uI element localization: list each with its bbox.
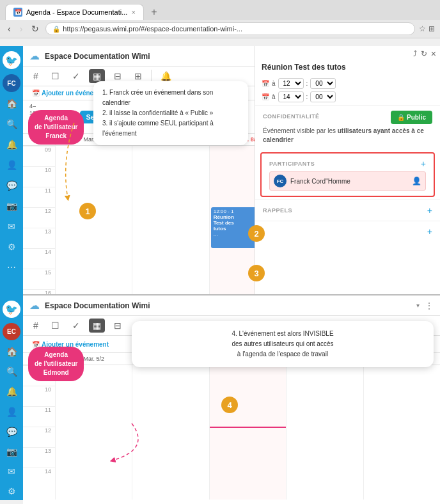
toolbar-check-btn-2[interactable]: ✓: [68, 319, 84, 333]
workspace-name-edmond: Espace Documentation Wimi: [45, 301, 411, 310]
rappels-section: RAPPELS +: [255, 200, 440, 221]
workspace-cloud-icon: ☁: [29, 50, 40, 62]
participants-section: PARTICIPANTS + FC Franck Cord''Homme 👤: [260, 152, 435, 197]
sidebar-icon-search[interactable]: 🔍: [3, 115, 20, 133]
step-circle-1: 1: [79, 203, 96, 219]
sidebar-avatar-fc[interactable]: FC: [3, 74, 20, 92]
main-content: 🐦 FC 🏠 🔍 🔔 👤 💬 📷 ✉ ⚙ ⋯ 🐦 EC 🏠 🔍 🔔 👤 💬 📷 …: [0, 38, 440, 496]
annotation-text-edmond: 4. L'événement est alors INVISIBLEdes au…: [232, 330, 333, 358]
calendar-body-edmond: 09 10 11 12 13 14: [23, 365, 440, 500]
address-actions: ☆ ⊞: [419, 24, 435, 33]
tab-bar: 📅 Agenda - Espace Documentati... × +: [0, 0, 440, 20]
time-09: 09: [23, 146, 55, 166]
toolbar-check-btn[interactable]: ✓: [68, 69, 84, 83]
sidebar-icon-mail-2[interactable]: ✉: [3, 463, 20, 480]
confidentiality-section: CONFIDENTIALITÉ 🔒 Public Événement visib…: [255, 105, 440, 150]
sidebar-icon-user-2[interactable]: 👤: [3, 403, 20, 420]
panel-close-btn[interactable]: ×: [431, 49, 436, 59]
public-badge-btn[interactable]: 🔒 Public: [391, 111, 432, 124]
sidebar-icon-bell-2[interactable]: 🔔: [3, 383, 20, 400]
add-extra-btn[interactable]: +: [427, 226, 432, 237]
time-13: 13: [23, 228, 55, 248]
calendar-icon-start: 📅: [262, 80, 269, 87]
time-15: 15: [23, 269, 55, 289]
start-date-text: à: [272, 80, 276, 87]
add-rappel-btn[interactable]: +: [427, 205, 432, 216]
end-min-select[interactable]: 00: [310, 91, 336, 102]
sidebar-icon-more[interactable]: ⋯: [3, 258, 20, 276]
time-12: 12: [23, 207, 55, 228]
panel-refresh-btn[interactable]: ↻: [421, 49, 427, 58]
extensions-button[interactable]: ⊞: [428, 24, 435, 33]
red-time-line: [210, 427, 286, 428]
sidebar-icon-user[interactable]: 👤: [3, 156, 20, 174]
star-button[interactable]: ☆: [419, 24, 426, 33]
toolbar-hash-btn[interactable]: #: [29, 69, 42, 83]
time-10: 10: [23, 166, 55, 187]
toolbar-photo-btn-2[interactable]: ⊟: [110, 319, 125, 333]
participant-name-fc: Franck Cord''Homme: [290, 178, 408, 185]
start-min-select[interactable]: 00: [310, 78, 336, 89]
conf-description: Événement visible par les utilisateurs a…: [263, 127, 432, 145]
sidebar-avatar-ec[interactable]: EC: [3, 323, 20, 340]
calendar-franck: ☁ Espace Documentation Wimi ▾ ⋮ # ☐ ✓ ▦ …: [23, 46, 440, 295]
panel-datetime-section: 📅 à 12 : 00 📅 à 14 : 00: [255, 75, 440, 105]
participant-avatar-fc: FC: [274, 175, 287, 187]
sidebar-icon-chat[interactable]: 💬: [3, 177, 20, 194]
participants-header: PARTICIPANTS +: [269, 159, 426, 169]
step-circle-4: 4: [221, 397, 238, 413]
address-bar: ‹ › ↻ 🔒 https://pegasus.wimi.pro/#/espac…: [0, 20, 440, 38]
more-icon-2[interactable]: ⋮: [425, 301, 434, 311]
sidebar-icon-search-2[interactable]: 🔍: [3, 363, 20, 381]
sidebar-icon-home-2[interactable]: 🏠: [3, 343, 20, 360]
sidebar-icon-video-2[interactable]: 📷: [3, 443, 20, 460]
day-col-dim-2: [363, 365, 440, 500]
sidebar-icon-settings-2[interactable]: ⚙: [3, 483, 20, 500]
panel-share-btn[interactable]: ⤴: [413, 49, 417, 58]
day-col-ven-2: [209, 365, 286, 500]
add-event-icon: 📅: [32, 90, 40, 97]
day-columns-edmond: [55, 365, 440, 500]
step-circle-3: 3: [248, 265, 265, 281]
toolbar-doc-btn-2[interactable]: ☐: [47, 319, 63, 333]
new-tab-button[interactable]: +: [146, 4, 162, 20]
sidebar-icon-chat-2[interactable]: 💬: [3, 423, 20, 440]
sidebar-logo: 🐦: [3, 51, 20, 69]
header-icons-2: ⋮: [425, 301, 434, 311]
tab-title: Agenda - Espace Documentati...: [26, 8, 127, 16]
time-12-2: 12: [23, 427, 55, 447]
sidebar-icon-settings[interactable]: ⚙: [3, 238, 20, 256]
sidebar-icon-home[interactable]: 🏠: [3, 95, 20, 113]
lock-badge-icon: 🔒: [397, 114, 405, 121]
browser-tab[interactable]: 📅 Agenda - Espace Documentati... ×: [5, 4, 144, 20]
public-badge-text: Public: [407, 114, 426, 121]
time-13-2: 13: [23, 447, 55, 468]
sidebar-franck: 🐦 FC 🏠 🔍 🔔 👤 💬 📷 ✉ ⚙ ⋯: [0, 46, 23, 295]
time-labels-col-2: 09 10 11 12 13 14: [23, 365, 55, 500]
participant-remove-icon[interactable]: 👤: [412, 177, 421, 185]
tab-favicon: 📅: [13, 8, 22, 17]
forward-button[interactable]: ›: [17, 22, 26, 35]
toolbar-separator: [151, 70, 152, 83]
toolbar-hash-btn-2[interactable]: #: [29, 319, 42, 333]
address-input[interactable]: 🔒 https://pegasus.wimi.pro/#/espace-docu…: [45, 22, 415, 35]
sidebar-icon-mail[interactable]: ✉: [3, 217, 20, 235]
toolbar-calendar-btn-2[interactable]: ▦: [89, 319, 105, 333]
toolbar-doc-btn[interactable]: ☐: [47, 69, 63, 83]
extra-section: +: [255, 221, 440, 242]
tab-close-icon[interactable]: ×: [131, 8, 135, 16]
back-button[interactable]: ‹: [5, 22, 13, 35]
sidebar-icon-bell[interactable]: 🔔: [3, 136, 20, 154]
add-participant-btn[interactable]: +: [421, 159, 426, 169]
refresh-button[interactable]: ↻: [29, 22, 42, 35]
rappels-header: RAPPELS +: [263, 205, 432, 216]
sidebar-icon-video[interactable]: 📷: [3, 197, 20, 215]
workspace-chevron-icon-2[interactable]: ▾: [416, 302, 420, 309]
end-hour-select[interactable]: 14: [278, 91, 304, 102]
start-hour-select[interactable]: 12: [278, 78, 304, 89]
time-11-2: 11: [23, 406, 55, 427]
event-detail-panel: ⤴ ↻ × Réunion Test des tutos 📅 à 12 : 00: [255, 46, 440, 294]
user-label-edmond: Agendade l'utilisateurEdmond: [28, 347, 84, 381]
calendar-edmond: ☁ Espace Documentation Wimi ▾ ⋮ # ☐ ✓ ▦ …: [23, 295, 440, 504]
calendar-icon-end: 📅: [262, 93, 269, 100]
